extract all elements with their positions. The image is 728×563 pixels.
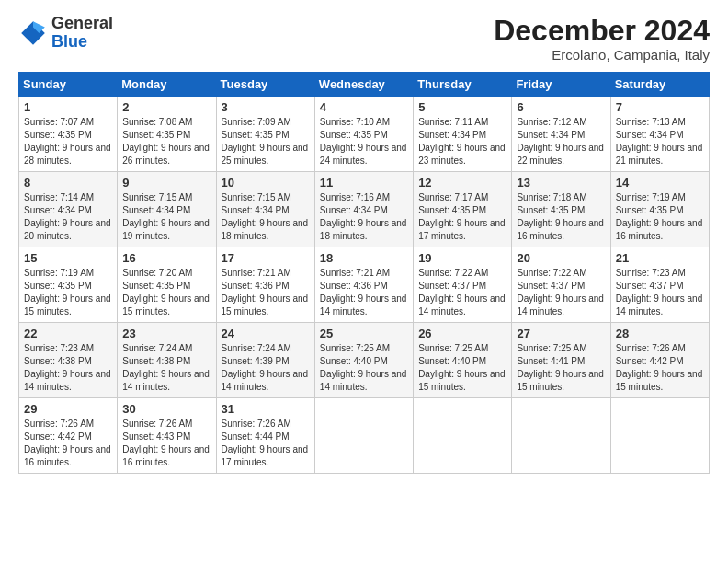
day-number: 17 (222, 251, 310, 265)
table-row: 10Sunrise: 7:15 AMSunset: 4:34 PMDayligh… (216, 172, 314, 247)
month-title: December 2024 (494, 15, 710, 47)
day-info: Sunrise: 7:13 AMSunset: 4:34 PMDaylight:… (616, 116, 704, 167)
table-row (314, 398, 413, 474)
day-number: 6 (517, 100, 605, 114)
day-info: Sunrise: 7:23 AMSunset: 4:38 PMDaylight:… (24, 342, 112, 394)
page: General Blue December 2024 Ercolano, Cam… (0, 0, 728, 563)
calendar: Sunday Monday Tuesday Wednesday Thursday… (18, 72, 710, 474)
logo-general: General (51, 14, 113, 32)
day-info: Sunrise: 7:11 AMSunset: 4:34 PMDaylight:… (418, 116, 506, 167)
table-row: 7Sunrise: 7:13 AMSunset: 4:34 PMDaylight… (610, 97, 709, 172)
day-number: 30 (122, 402, 210, 416)
day-number: 24 (222, 327, 310, 340)
day-number: 5 (418, 100, 506, 114)
day-info: Sunrise: 7:16 AMSunset: 4:34 PMDaylight:… (320, 191, 408, 243)
table-row: 18Sunrise: 7:21 AMSunset: 4:36 PMDayligh… (314, 247, 413, 323)
day-info: Sunrise: 7:25 AMSunset: 4:40 PMDaylight:… (320, 342, 408, 394)
col-sunday: Sunday (19, 73, 118, 97)
day-info: Sunrise: 7:17 AMSunset: 4:35 PMDaylight:… (418, 191, 506, 243)
day-info: Sunrise: 7:10 AMSunset: 4:35 PMDaylight:… (320, 116, 408, 167)
table-row: 30Sunrise: 7:26 AMSunset: 4:43 PMDayligh… (118, 398, 216, 474)
table-row: 19Sunrise: 7:22 AMSunset: 4:37 PMDayligh… (414, 247, 512, 323)
logo-text: General Blue (51, 15, 113, 52)
day-number: 19 (418, 251, 506, 265)
table-row: 6Sunrise: 7:12 AMSunset: 4:34 PMDaylight… (512, 97, 610, 172)
table-row: 22Sunrise: 7:23 AMSunset: 4:38 PMDayligh… (19, 323, 118, 398)
table-row: 9Sunrise: 7:15 AMSunset: 4:34 PMDaylight… (118, 172, 216, 247)
table-row: 8Sunrise: 7:14 AMSunset: 4:34 PMDaylight… (19, 172, 118, 247)
day-number: 9 (122, 176, 210, 190)
table-row: 28Sunrise: 7:26 AMSunset: 4:42 PMDayligh… (610, 323, 709, 398)
table-row: 15Sunrise: 7:19 AMSunset: 4:35 PMDayligh… (19, 247, 118, 323)
day-number: 12 (418, 176, 506, 190)
col-saturday: Saturday (610, 73, 709, 97)
logo-icon (18, 18, 48, 48)
day-number: 3 (222, 100, 310, 114)
header: General Blue December 2024 Ercolano, Cam… (18, 15, 710, 63)
day-info: Sunrise: 7:24 AMSunset: 4:38 PMDaylight:… (122, 342, 210, 394)
day-info: Sunrise: 7:26 AMSunset: 4:44 PMDaylight:… (222, 418, 310, 469)
table-row (512, 398, 610, 474)
table-row: 2Sunrise: 7:08 AMSunset: 4:35 PMDaylight… (118, 97, 216, 172)
table-row: 31Sunrise: 7:26 AMSunset: 4:44 PMDayligh… (216, 398, 314, 474)
day-info: Sunrise: 7:26 AMSunset: 4:42 PMDaylight:… (24, 418, 112, 469)
day-info: Sunrise: 7:07 AMSunset: 4:35 PMDaylight:… (24, 116, 112, 167)
day-number: 10 (222, 176, 310, 190)
table-row: 25Sunrise: 7:25 AMSunset: 4:40 PMDayligh… (314, 323, 413, 398)
col-monday: Monday (118, 73, 216, 97)
day-info: Sunrise: 7:15 AMSunset: 4:34 PMDaylight:… (122, 191, 210, 243)
day-number: 21 (616, 251, 704, 265)
day-number: 13 (517, 176, 605, 190)
day-info: Sunrise: 7:25 AMSunset: 4:40 PMDaylight:… (418, 342, 506, 394)
col-tuesday: Tuesday (216, 73, 314, 97)
table-row: 3Sunrise: 7:09 AMSunset: 4:35 PMDaylight… (216, 97, 314, 172)
day-number: 23 (122, 327, 210, 340)
day-info: Sunrise: 7:21 AMSunset: 4:36 PMDaylight:… (320, 267, 408, 318)
day-info: Sunrise: 7:14 AMSunset: 4:34 PMDaylight:… (24, 191, 112, 243)
day-info: Sunrise: 7:18 AMSunset: 4:35 PMDaylight:… (517, 191, 605, 243)
day-info: Sunrise: 7:12 AMSunset: 4:34 PMDaylight:… (517, 116, 605, 167)
day-number: 22 (24, 327, 112, 340)
day-number: 25 (320, 327, 408, 340)
day-info: Sunrise: 7:08 AMSunset: 4:35 PMDaylight:… (122, 116, 210, 167)
table-row: 1Sunrise: 7:07 AMSunset: 4:35 PMDaylight… (19, 97, 118, 172)
day-number: 15 (24, 251, 112, 265)
day-info: Sunrise: 7:26 AMSunset: 4:43 PMDaylight:… (122, 418, 210, 469)
header-row: Sunday Monday Tuesday Wednesday Thursday… (19, 73, 710, 97)
table-row: 11Sunrise: 7:16 AMSunset: 4:34 PMDayligh… (314, 172, 413, 247)
day-number: 28 (616, 327, 704, 340)
table-row: 29Sunrise: 7:26 AMSunset: 4:42 PMDayligh… (19, 398, 118, 474)
logo: General Blue (18, 15, 113, 52)
table-row: 17Sunrise: 7:21 AMSunset: 4:36 PMDayligh… (216, 247, 314, 323)
day-info: Sunrise: 7:19 AMSunset: 4:35 PMDaylight:… (24, 267, 112, 318)
day-number: 7 (616, 100, 704, 114)
table-row: 26Sunrise: 7:25 AMSunset: 4:40 PMDayligh… (414, 323, 512, 398)
day-info: Sunrise: 7:22 AMSunset: 4:37 PMDaylight:… (517, 267, 605, 318)
day-number: 20 (517, 251, 605, 265)
day-info: Sunrise: 7:24 AMSunset: 4:39 PMDaylight:… (222, 342, 310, 394)
table-row: 12Sunrise: 7:17 AMSunset: 4:35 PMDayligh… (414, 172, 512, 247)
day-info: Sunrise: 7:21 AMSunset: 4:36 PMDaylight:… (222, 267, 310, 318)
table-row: 21Sunrise: 7:23 AMSunset: 4:37 PMDayligh… (610, 247, 709, 323)
day-number: 29 (24, 402, 112, 416)
col-wednesday: Wednesday (314, 73, 413, 97)
day-info: Sunrise: 7:15 AMSunset: 4:34 PMDaylight:… (222, 191, 310, 243)
day-info: Sunrise: 7:22 AMSunset: 4:37 PMDaylight:… (418, 267, 506, 318)
day-info: Sunrise: 7:20 AMSunset: 4:35 PMDaylight:… (122, 267, 210, 318)
day-number: 27 (517, 327, 605, 340)
day-info: Sunrise: 7:09 AMSunset: 4:35 PMDaylight:… (222, 116, 310, 167)
day-info: Sunrise: 7:23 AMSunset: 4:37 PMDaylight:… (616, 267, 704, 318)
table-row: 16Sunrise: 7:20 AMSunset: 4:35 PMDayligh… (118, 247, 216, 323)
day-number: 31 (222, 402, 310, 416)
location: Ercolano, Campania, Italy (494, 47, 710, 63)
table-row: 4Sunrise: 7:10 AMSunset: 4:35 PMDaylight… (314, 97, 413, 172)
table-row: 13Sunrise: 7:18 AMSunset: 4:35 PMDayligh… (512, 172, 610, 247)
day-number: 4 (320, 100, 408, 114)
day-info: Sunrise: 7:26 AMSunset: 4:42 PMDaylight:… (616, 342, 704, 394)
day-number: 18 (320, 251, 408, 265)
table-row: 27Sunrise: 7:25 AMSunset: 4:41 PMDayligh… (512, 323, 610, 398)
day-number: 11 (320, 176, 408, 190)
table-row: 5Sunrise: 7:11 AMSunset: 4:34 PMDaylight… (414, 97, 512, 172)
table-row (610, 398, 709, 474)
day-number: 2 (122, 100, 210, 114)
